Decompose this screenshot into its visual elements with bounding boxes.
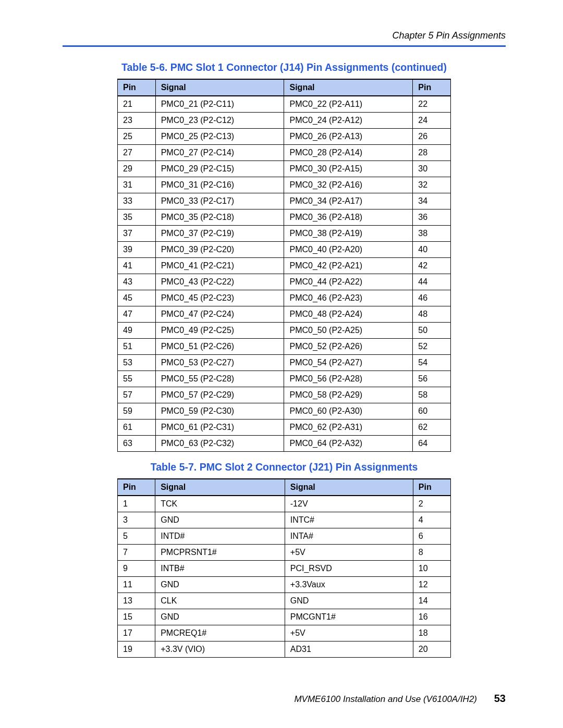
table-row: 17PMCREQ1#+5V18	[118, 625, 451, 641]
cell-pin-left: 1	[118, 496, 155, 512]
cell-signal-right: +3.3Vaux	[285, 577, 413, 593]
cell-signal-left: PMCREQ1#	[155, 625, 285, 641]
table-row: 19+3.3V (VIO)AD3120	[118, 641, 451, 658]
cell-signal-right: PMC0_46 (P2-A23)	[284, 290, 413, 306]
table-row: 25PMC0_25 (P2-C13)PMC0_26 (P2-A13)26	[118, 129, 451, 145]
cell-signal-left: CLK	[155, 593, 285, 609]
table-row: 61PMC0_61 (P2-C31)PMC0_62 (P2-A31)62	[118, 419, 451, 436]
cell-signal-left: PMC0_25 (P2-C13)	[155, 129, 284, 145]
table-5-6: Pin Signal Signal Pin 21PMC0_21 (P2-C11)…	[117, 79, 451, 452]
col-signal-left: Signal	[155, 79, 284, 96]
cell-signal-right: PMC0_62 (P2-A31)	[284, 419, 413, 436]
cell-signal-right: PMC0_42 (P2-A21)	[284, 258, 413, 274]
cell-signal-left: INTB#	[155, 561, 285, 577]
cell-pin-left: 59	[118, 403, 156, 419]
cell-pin-left: 49	[118, 323, 156, 339]
table-row: 37PMC0_37 (P2-C19)PMC0_38 (P2-A19)38	[118, 226, 451, 242]
table-row: 55PMC0_55 (P2-C28)PMC0_56 (P2-A28)56	[118, 371, 451, 387]
cell-pin-right: 16	[413, 609, 450, 625]
cell-signal-left: PMC0_53 (P2-C27)	[155, 355, 284, 371]
cell-pin-left: 55	[118, 371, 156, 387]
cell-signal-left: PMC0_29 (P2-C15)	[155, 161, 284, 177]
pin-table-2: Pin Signal Signal Pin 1TCK-12V23GNDINTC#…	[117, 478, 451, 658]
cell-pin-left: 17	[118, 625, 155, 641]
cell-signal-right: PMC0_52 (P2-A26)	[284, 339, 413, 355]
cell-pin-right: 60	[413, 403, 451, 419]
cell-signal-right: PMC0_30 (P2-A15)	[284, 161, 413, 177]
cell-signal-right: PMC0_48 (P2-A24)	[284, 306, 413, 323]
cell-signal-left: PMC0_63 (P2-C32)	[155, 436, 284, 452]
table-5-7: Pin Signal Signal Pin 1TCK-12V23GNDINTC#…	[117, 478, 451, 658]
cell-signal-left: PMC0_55 (P2-C28)	[155, 371, 284, 387]
cell-signal-left: +3.3V (VIO)	[155, 641, 285, 658]
cell-pin-right: 44	[413, 274, 451, 290]
cell-signal-right: -12V	[285, 496, 413, 512]
cell-signal-right: PMC0_60 (P2-A30)	[284, 403, 413, 419]
cell-pin-left: 5	[118, 528, 155, 545]
chapter-heading: Chapter 5 Pin Assignments	[63, 30, 506, 41]
table-row: 5INTD#INTA#6	[118, 528, 451, 545]
table-header-row: Pin Signal Signal Pin	[118, 479, 451, 496]
cell-signal-left: GND	[155, 512, 285, 528]
cell-signal-left: GND	[155, 577, 285, 593]
cell-signal-left: TCK	[155, 496, 285, 512]
cell-pin-right: 14	[413, 593, 450, 609]
cell-signal-left: PMC0_41 (P2-C21)	[155, 258, 284, 274]
cell-pin-right: 64	[413, 436, 451, 452]
cell-signal-left: PMC0_27 (P2-C14)	[155, 145, 284, 161]
cell-pin-left: 3	[118, 512, 155, 528]
table-row: 43PMC0_43 (P2-C22)PMC0_44 (P2-A22)44	[118, 274, 451, 290]
cell-pin-left: 39	[118, 242, 156, 258]
table-row: 1TCK-12V2	[118, 496, 451, 512]
page: Chapter 5 Pin Assignments Table 5-6. PMC…	[0, 0, 563, 728]
table-row: 23PMC0_23 (P2-C12)PMC0_24 (P2-A12)24	[118, 113, 451, 129]
cell-pin-right: 54	[413, 355, 451, 371]
cell-pin-right: 26	[413, 129, 451, 145]
cell-signal-right: PMC0_32 (P2-A16)	[284, 177, 413, 193]
cell-signal-left: PMCPRSNT1#	[155, 545, 285, 561]
cell-pin-right: 10	[413, 561, 450, 577]
cell-signal-right: +5V	[285, 625, 413, 641]
cell-pin-left: 11	[118, 577, 155, 593]
footer-page-number: 53	[494, 693, 506, 704]
cell-signal-left: PMC0_43 (P2-C22)	[155, 274, 284, 290]
cell-signal-left: PMC0_45 (P2-C23)	[155, 290, 284, 306]
cell-pin-left: 45	[118, 290, 156, 306]
table-row: 7PMCPRSNT1#+5V8	[118, 545, 451, 561]
cell-signal-left: PMC0_47 (P2-C24)	[155, 306, 284, 323]
table-row: 51PMC0_51 (P2-C26)PMC0_52 (P2-A26)52	[118, 339, 451, 355]
cell-pin-left: 51	[118, 339, 156, 355]
cell-pin-left: 37	[118, 226, 156, 242]
cell-signal-right: PMCGNT1#	[285, 609, 413, 625]
cell-pin-left: 27	[118, 145, 156, 161]
cell-pin-right: 28	[413, 145, 451, 161]
cell-pin-right: 42	[413, 258, 451, 274]
cell-signal-left: PMC0_23 (P2-C12)	[155, 113, 284, 129]
cell-pin-right: 58	[413, 387, 451, 403]
col-pin-right: Pin	[413, 79, 451, 96]
cell-pin-left: 21	[118, 96, 156, 113]
table-row: 11GND+3.3Vaux12	[118, 577, 451, 593]
cell-pin-right: 18	[413, 625, 450, 641]
cell-signal-right: PCI_RSVD	[285, 561, 413, 577]
cell-pin-right: 36	[413, 209, 451, 226]
page-footer: MVME6100 Installation and Use (V6100A/IH…	[63, 693, 506, 705]
cell-pin-left: 43	[118, 274, 156, 290]
pin-table-1: Pin Signal Signal Pin 21PMC0_21 (P2-C11)…	[117, 79, 451, 452]
cell-signal-right: PMC0_56 (P2-A28)	[284, 371, 413, 387]
header-rule	[63, 45, 506, 47]
cell-signal-right: PMC0_22 (P2-A11)	[284, 96, 413, 113]
cell-signal-left: PMC0_51 (P2-C26)	[155, 339, 284, 355]
cell-pin-right: 24	[413, 113, 451, 129]
table-header-row: Pin Signal Signal Pin	[118, 79, 451, 96]
cell-signal-right: PMC0_64 (P2-A32)	[284, 436, 413, 452]
cell-signal-right: PMC0_36 (P2-A18)	[284, 209, 413, 226]
cell-signal-right: INTA#	[285, 528, 413, 545]
table-row: 31PMC0_31 (P2-C16)PMC0_32 (P2-A16)32	[118, 177, 451, 193]
cell-pin-left: 33	[118, 193, 156, 209]
table-row: 57PMC0_57 (P2-C29)PMC0_58 (P2-A29)58	[118, 387, 451, 403]
cell-pin-right: 30	[413, 161, 451, 177]
table-row: 53PMC0_53 (P2-C27)PMC0_54 (P2-A27)54	[118, 355, 451, 371]
cell-signal-right: PMC0_24 (P2-A12)	[284, 113, 413, 129]
cell-pin-right: 2	[413, 496, 450, 512]
